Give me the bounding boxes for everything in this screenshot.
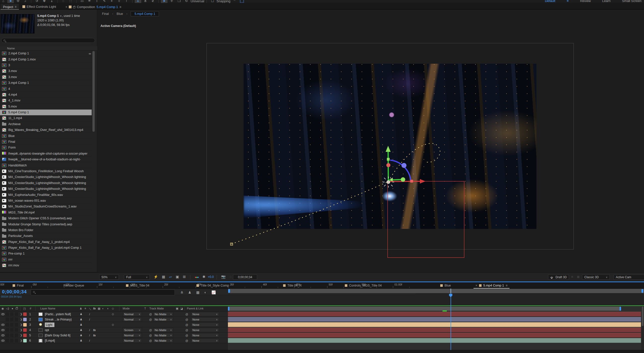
timeline-navigator-bar[interactable]	[228, 289, 644, 293]
solo-toggle-well[interactable]	[10, 339, 14, 342]
project-list-item[interactable]: MA_CineTransitions_FireMotion_Long Fireb…	[0, 168, 92, 174]
shy-switch[interactable]: ♟	[80, 333, 82, 338]
expander-chevron-icon[interactable]: ❯	[20, 333, 22, 338]
expander-chevron-icon[interactable]: ❯	[20, 338, 22, 343]
project-list-item[interactable]: Blue	[0, 133, 92, 139]
track-matte-dropdown[interactable]: No Matte∨	[153, 317, 173, 322]
snapshot-camera-icon[interactable]: 📷	[221, 275, 225, 279]
layer-row[interactable]: ❯ 2 Streak ...te Primary) ♟ / fx ◇ Norma…	[0, 317, 228, 322]
lock-toggle-well[interactable]	[15, 317, 18, 321]
extended-viewer-icon[interactable]: ⧈	[577, 275, 579, 279]
breadcrumb-blue[interactable]: Blue	[117, 12, 123, 16]
timeline-tab[interactable]: × Render Queue ≡	[58, 282, 90, 289]
lock-toggle-well[interactable]	[15, 333, 18, 337]
project-list-item[interactable]: MA_ocean waves-001.wav	[0, 198, 92, 204]
blend-mode-dropdown[interactable]: Normal∨	[123, 317, 142, 322]
light-source-icon[interactable]	[383, 176, 394, 188]
work-area-bar[interactable]	[228, 307, 621, 311]
workspace-review[interactable]: Review	[580, 0, 591, 3]
pen-tool-icon[interactable]: ✒	[86, 0, 93, 3]
project-list-item[interactable]: MA_StudioZonet_StadiumCrowdScreams_1.wav	[0, 204, 92, 209]
world-axis-mode-icon[interactable]: ✛	[168, 0, 175, 3]
label-color-chip[interactable]	[23, 323, 27, 327]
audio-toggle-well[interactable]	[6, 323, 9, 327]
parent-pickwhip-icon[interactable]: @	[185, 322, 188, 327]
panel-menu-icon[interactable]: ≡	[120, 5, 121, 9]
gizmo-y-arrowhead[interactable]	[386, 146, 391, 152]
label-color-chip[interactable]	[23, 339, 27, 342]
lock-toggle-well[interactable]	[15, 312, 18, 316]
rotation-tool-icon[interactable]: ◌	[60, 0, 66, 3]
local-axis-mode-icon[interactable]: ➤	[161, 0, 167, 3]
eye-icon[interactable]	[1, 324, 5, 326]
project-list-item[interactable]: Motion Bro Folder	[0, 227, 92, 233]
selection-tool-icon[interactable]: ➤	[7, 0, 14, 3]
project-list-item[interactable]: Big_Waves_Breaking_Over_Reef_uhd_3401413…	[0, 127, 92, 133]
parent-pickwhip-icon[interactable]: @	[185, 317, 188, 322]
layer-name[interactable]: Light	[45, 323, 54, 327]
gizmo-x-handle[interactable]	[410, 180, 413, 183]
chevron-down-icon[interactable]: ▼	[60, 15, 62, 17]
project-list-item[interactable]: rrrr.mov	[0, 263, 92, 268]
gizmo-x-axis[interactable]	[388, 181, 421, 182]
snapping-checkbox[interactable]: ☐	[209, 0, 216, 3]
layer-row[interactable]: ❯ 3 Light ♟ fx ◇ ∨ @ ∨ @ None∨	[0, 322, 228, 327]
crop-region-icon[interactable]: ⊞	[183, 275, 186, 279]
region-of-interest-icon[interactable]: ▱	[169, 275, 172, 279]
shy-switch[interactable]: ♟	[80, 311, 82, 317]
transparency-grid-icon[interactable]: ▦	[162, 275, 165, 279]
layer-name[interactable]: [Dark Gray Solid 6]	[45, 334, 70, 337]
close-icon[interactable]: ×	[65, 5, 67, 9]
breadcrumb-current[interactable]: 5.mp4 Comp 1	[131, 11, 159, 16]
project-list-item[interactable]: Particular_Assets	[0, 233, 92, 239]
gizmo-z-tip-handle[interactable]	[401, 177, 405, 182]
fast-preview-icon[interactable]: ⚡	[154, 275, 158, 279]
layer-duration-bar[interactable]	[228, 338, 641, 343]
3d-ground-plane-icon[interactable]: ⌗	[571, 275, 573, 279]
project-list-item[interactable]: 4	[0, 86, 92, 92]
3d-layer-switch[interactable]: ◇	[112, 322, 114, 327]
frame-blending-icon[interactable]: ▩	[196, 290, 199, 294]
eye-icon[interactable]	[1, 313, 5, 315]
layer-duration-bar-row[interactable]	[228, 327, 641, 333]
tab-effect-controls[interactable]: Effect Controls Light	[20, 4, 59, 10]
timeline-tab[interactable]: × Final ≡	[7, 282, 29, 289]
audio-toggle-well[interactable]	[6, 317, 9, 321]
shy-switch[interactable]: ♟	[80, 338, 82, 343]
project-list-item[interactable]: 4.mp4	[0, 92, 92, 98]
solo-toggle-well[interactable]	[10, 317, 14, 321]
exposure-value[interactable]: +0.0	[208, 275, 214, 279]
matte-pickwhip-icon[interactable]: @	[149, 338, 152, 343]
project-list-item[interactable]: Player_Kicks_Ball_Far_Away_1_prob4.mp4 C…	[0, 245, 92, 251]
parent-pickwhip-icon[interactable]: @	[185, 327, 188, 333]
parent-pickwhip-icon[interactable]: @	[185, 333, 188, 338]
eraser-tool-icon[interactable]: ◊	[116, 0, 122, 3]
parent-dropdown[interactable]: None∨	[191, 333, 219, 337]
layer-duration-bar-row[interactable]	[228, 311, 641, 317]
motion-blur-icon[interactable]: ◐	[205, 290, 207, 294]
label-color-chip[interactable]	[23, 318, 27, 321]
solo-toggle-well[interactable]	[10, 312, 14, 316]
layer-row[interactable]: ❯ 5 [Dark Gray Solid 6] ♟ / fx ◇ Normal∨…	[0, 333, 228, 338]
composition-mini-flowchart-icon[interactable]: ⋔	[180, 290, 183, 294]
3d-layer-switch[interactable]: ◇	[112, 311, 114, 317]
orbit-camera-tool-icon[interactable]: ↺	[34, 0, 40, 3]
shy-switch[interactable]: ♟	[80, 322, 82, 327]
track-matte-column-header[interactable]: Track Matte	[149, 307, 164, 310]
label-color-chip[interactable]	[23, 334, 27, 337]
project-list-item[interactable]: Final	[0, 139, 92, 145]
mask-visibility-icon[interactable]: ▣	[176, 275, 179, 279]
audio-toggle-well[interactable]	[6, 312, 9, 316]
solo-toggle-well[interactable]	[10, 328, 14, 332]
project-list-item[interactable]: freepik..dynamic-lowangle-shot-captures-…	[0, 151, 92, 157]
project-list-item[interactable]: 3.mp4 Comp 1	[0, 80, 92, 86]
matte-pickwhip-icon[interactable]: @	[149, 311, 152, 317]
renderer-dropdown[interactable]: Classic 3D∨	[582, 274, 610, 280]
layer-duration-bar[interactable]	[228, 322, 641, 327]
type-tool-icon[interactable]: T	[94, 0, 100, 3]
blend-mode-dropdown[interactable]: Normal∨	[123, 312, 142, 316]
quality-switch[interactable]: /	[89, 333, 90, 338]
pan-camera-tool-icon[interactable]: ✥	[41, 0, 48, 3]
roto-brush-tool-icon[interactable]: ⸬	[67, 0, 74, 3]
rotate-view-icon[interactable]: ↻	[183, 0, 190, 3]
